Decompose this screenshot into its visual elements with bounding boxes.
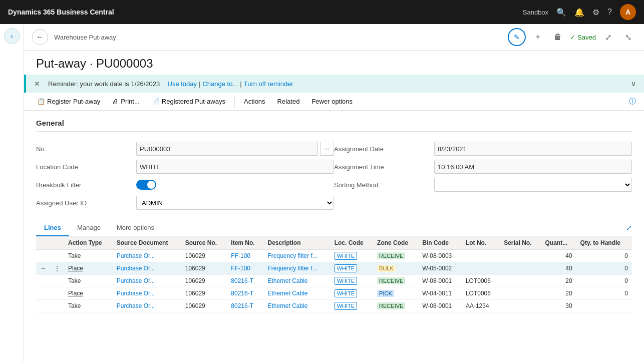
sidebar-toggle[interactable]: ‹	[4, 28, 20, 44]
main-content: ← Warehouse Put-away ✎ + 🗑 ✓ Saved ⤢ ⤡ P…	[24, 24, 644, 362]
row-arrow	[36, 250, 50, 262]
lines-tabs: Lines Manage More options ⤢	[36, 220, 632, 236]
row-source-no: 106029	[181, 262, 227, 275]
reminder-chevron-icon[interactable]: ∨	[631, 80, 636, 88]
row-loc-code[interactable]: WHITE	[331, 275, 373, 287]
row-source-document: Purchase Or...	[113, 300, 181, 312]
row-description: Frequency filter f...	[263, 262, 330, 275]
expand-table-icon[interactable]: ⤢	[626, 224, 632, 232]
row-quantity: 40	[541, 262, 576, 275]
row-bin-code: W-04-0011	[418, 287, 462, 300]
reminder-text: ✕ Reminder: your work date is 1/26/2023 …	[34, 80, 293, 88]
tab-manage[interactable]: Manage	[69, 220, 109, 236]
col-more	[50, 236, 64, 250]
related-button[interactable]: Related	[272, 95, 305, 108]
tab-more-options[interactable]: More options	[109, 220, 162, 236]
col-zone-code: Zone Code	[373, 236, 418, 250]
external-link-icon[interactable]: ⤢	[600, 29, 616, 45]
change-to-link[interactable]: Change to...	[202, 80, 238, 88]
header-actions: ✎ + 🗑 ✓ Saved ⤢ ⤡	[508, 28, 636, 46]
assigned-user-select[interactable]: ADMIN	[136, 196, 334, 210]
no-lookup-button[interactable]: ···	[320, 142, 334, 156]
row-zone-code: RECEIVE	[373, 250, 418, 262]
use-today-link[interactable]: Use today	[168, 80, 197, 88]
fewer-options-button[interactable]: Fewer options	[306, 95, 358, 108]
sorting-method-select[interactable]	[434, 178, 632, 192]
row-more-button	[50, 250, 64, 262]
row-arrow	[36, 300, 50, 312]
toolbar-separator	[234, 96, 235, 108]
lines-table-body: Take Purchase Or... 106029 FF-100 Freque…	[36, 250, 632, 312]
registered-putaways-button[interactable]: 📄 Registered Put-aways	[147, 95, 230, 108]
lines-section: Lines Manage More options ⤢ Action Type …	[24, 220, 644, 320]
row-bin-code: W-08-0001	[418, 300, 462, 312]
search-icon[interactable]: 🔍	[556, 8, 566, 17]
row-serial-no	[500, 262, 541, 275]
breakbulk-filter-toggle[interactable]	[136, 180, 156, 190]
row-quantity: 20	[541, 275, 576, 287]
col-serial-no: Serial No.	[500, 236, 541, 250]
row-qty-to-handle	[576, 300, 632, 312]
header-bar: ← Warehouse Put-away ✎ + 🗑 ✓ Saved ⤢ ⤡	[24, 24, 644, 51]
row-zone-code: BULK	[373, 262, 418, 275]
assigned-user-wrap: ADMIN	[136, 196, 334, 210]
no-value-wrap: ···	[136, 142, 334, 156]
delete-button[interactable]: 🗑	[550, 29, 566, 45]
collapse-icon[interactable]: ⤡	[620, 29, 636, 45]
table-row: Take Purchase Or... 106029 80216-T Ether…	[36, 300, 632, 312]
breakbulk-filter-row: Breakbulk Filter	[36, 176, 334, 194]
notifications-icon[interactable]: 🔔	[574, 8, 584, 17]
reminder-banner: ✕ Reminder: your work date is 1/26/2023 …	[24, 75, 644, 93]
row-arrow	[36, 275, 50, 287]
assignment-time-input[interactable]	[434, 160, 632, 174]
add-button[interactable]: +	[530, 29, 546, 45]
assignment-date-input[interactable]	[434, 142, 632, 156]
row-quantity: 40	[541, 250, 576, 262]
row-qty-to-handle: 0	[576, 262, 632, 275]
col-loc-code: Loc. Code	[331, 236, 373, 250]
location-code-input[interactable]	[136, 160, 334, 174]
register-putaway-button[interactable]: 📋 Register Put-away	[32, 95, 105, 108]
row-lot-no	[462, 250, 500, 262]
row-item-no: 80216-T	[227, 287, 263, 300]
table-header-row: Action Type Source Document Source No. I…	[36, 236, 632, 250]
reminder-close-button[interactable]: ✕	[34, 80, 40, 88]
assignment-time-wrap	[434, 160, 632, 174]
row-action-type[interactable]: Place	[64, 287, 113, 300]
row-zone-code: RECEIVE	[373, 275, 418, 287]
actions-button[interactable]: Actions	[239, 95, 270, 108]
row-loc-code[interactable]: WHITE	[331, 262, 373, 275]
settings-icon[interactable]: ⚙	[592, 8, 599, 17]
tab-lines[interactable]: Lines	[36, 220, 69, 236]
back-button[interactable]: ←	[32, 29, 48, 45]
row-loc-code[interactable]: WHITE	[331, 250, 373, 262]
breadcrumb: Warehouse Put-away	[54, 34, 502, 41]
edit-button[interactable]: ✎	[508, 28, 526, 46]
row-source-no: 106029	[181, 287, 227, 300]
avatar[interactable]: A	[620, 4, 636, 20]
lines-actions: ⤢	[626, 224, 632, 232]
turn-off-reminder-link[interactable]: Turn off reminder	[244, 80, 293, 88]
no-input[interactable]	[136, 142, 318, 156]
registered-putaways-icon: 📄	[152, 98, 160, 105]
row-more-button	[50, 287, 64, 300]
row-bin-code: W-08-0003	[418, 250, 462, 262]
row-loc-code[interactable]: WHITE	[331, 287, 373, 300]
assigned-user-row: Assigned User ID ADMIN	[36, 194, 334, 212]
info-icon[interactable]: ⓘ	[629, 97, 636, 106]
row-action-type[interactable]: Place	[64, 262, 113, 275]
form-grid: No. ··· Location Code Breakbulk Fi	[36, 140, 632, 212]
row-more-button[interactable]: ⋮	[50, 262, 64, 275]
row-loc-code[interactable]: WHITE	[331, 300, 373, 312]
check-icon: ✓	[570, 34, 575, 41]
general-section: General No. ··· Location Code	[24, 111, 644, 220]
col-action-type: Action Type	[64, 236, 113, 250]
assignment-date-row: Assignment Date	[334, 140, 632, 158]
row-lot-no: LOT0006	[462, 275, 500, 287]
col-item-no: Item No.	[227, 236, 263, 250]
row-item-no: 80216-T	[227, 275, 263, 287]
help-icon[interactable]: ?	[607, 8, 612, 17]
row-action-type: Take	[64, 300, 113, 312]
row-lot-no: AA-1234	[462, 300, 500, 312]
print-button[interactable]: 🖨 Print...	[107, 95, 145, 108]
